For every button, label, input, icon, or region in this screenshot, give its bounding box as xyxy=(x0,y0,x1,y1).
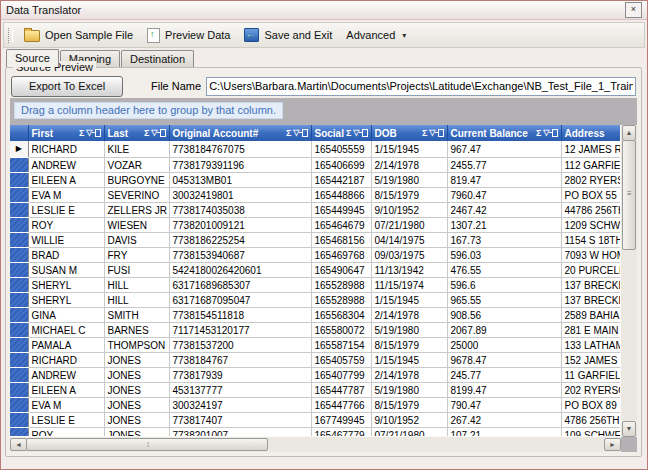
grid-cell[interactable]: 44786 256TH S xyxy=(561,203,621,218)
grid-cell[interactable]: 5424180026420601 xyxy=(169,263,311,278)
grid-cell[interactable]: 2/14/1978 xyxy=(371,308,447,323)
grid-cell[interactable]: 165464679 xyxy=(311,218,371,233)
table-row[interactable]: ANDREWVOZAR77381793911961654066992/14/19… xyxy=(10,158,621,173)
grid-cell[interactable]: 819.47 xyxy=(447,173,561,188)
grid-cell[interactable]: 476.55 xyxy=(447,263,561,278)
select-all-corner[interactable] xyxy=(10,125,28,141)
grid-cell[interactable]: 11/13/1942 xyxy=(371,263,447,278)
column-header-original-account-[interactable]: Original Account#Σ▽ xyxy=(169,125,311,141)
row-selector[interactable] xyxy=(10,248,28,263)
row-selector[interactable] xyxy=(10,398,28,413)
row-selector[interactable] xyxy=(10,323,28,338)
row-selector[interactable] xyxy=(10,353,28,368)
grid-cell[interactable]: 165447787 xyxy=(311,383,371,398)
scroll-left-icon[interactable]: ◄ xyxy=(10,438,27,451)
grid-cell[interactable]: PO BOX 89 xyxy=(561,398,621,413)
table-row[interactable]: WILLIEDAVIS773818622525416546815604/14/1… xyxy=(10,233,621,248)
grid-cell[interactable]: 7738201009121 xyxy=(169,218,311,233)
grid-cell[interactable]: 773817407 xyxy=(169,413,311,428)
grid-cell[interactable]: VOZAR xyxy=(104,158,169,173)
grid-cell[interactable]: 165587154 xyxy=(311,338,371,353)
grid-cell[interactable]: LESLIE E xyxy=(28,413,104,428)
table-row[interactable]: SHERYLHILL6317168968530716552898811/15/1… xyxy=(10,278,621,293)
grid-cell[interactable]: SMITH xyxy=(104,308,169,323)
grid-cell[interactable]: ZELLERS JR xyxy=(104,203,169,218)
column-header-current-balance[interactable]: Current BalanceΣ▽ xyxy=(447,125,561,141)
grid-cell[interactable]: 167749945 xyxy=(311,413,371,428)
table-row[interactable]: EILEEN AJONES4531377771654477875/19/1980… xyxy=(10,383,621,398)
filter-icon[interactable]: ▽ xyxy=(293,128,299,137)
group-by-bar[interactable]: Drag a column header here to group by th… xyxy=(10,98,637,125)
horizontal-scrollbar[interactable]: ◄ ► xyxy=(10,436,621,452)
grid-cell[interactable]: 790.47 xyxy=(447,398,561,413)
grid-cell[interactable]: SHERYL xyxy=(28,293,104,308)
grid-cell[interactable]: ROY xyxy=(28,218,104,233)
grid-cell[interactable]: 8/15/1979 xyxy=(371,338,447,353)
grid-cell[interactable]: 165442187 xyxy=(311,173,371,188)
grid-cell[interactable]: WILLIE xyxy=(28,233,104,248)
table-row[interactable]: EVA MSEVERINO300324198011654488668/15/19… xyxy=(10,188,621,203)
grid-cell[interactable]: 2802 RYERSON xyxy=(561,173,621,188)
row-selector[interactable] xyxy=(10,188,28,203)
grid-cell[interactable]: 09/03/1975 xyxy=(371,248,447,263)
grid-cell[interactable]: 1/15/1945 xyxy=(371,293,447,308)
grid-cell[interactable]: 7093 W HOMOS xyxy=(561,248,621,263)
grid-cell[interactable]: 04/14/1975 xyxy=(371,233,447,248)
grid-cell[interactable]: 9678.47 xyxy=(447,353,561,368)
grid-cell[interactable]: SUSAN M xyxy=(28,263,104,278)
toolbar-grip[interactable] xyxy=(8,28,13,43)
table-row[interactable]: SHERYLHILL631716870950471655289881/15/19… xyxy=(10,293,621,308)
sum-icon[interactable]: Σ xyxy=(422,128,427,138)
filter-icon[interactable]: ▽ xyxy=(353,128,359,137)
table-row[interactable]: PAMALATHOMPSON773815372001655871548/15/1… xyxy=(10,338,621,353)
grid-cell[interactable]: JONES xyxy=(104,413,169,428)
horizontal-scroll-thumb[interactable] xyxy=(26,438,268,451)
grid-cell[interactable]: 137 BRECKENR xyxy=(561,293,621,308)
grid-cell[interactable]: 8199.47 xyxy=(447,383,561,398)
grid-cell[interactable]: 453137777 xyxy=(169,383,311,398)
scroll-down-icon[interactable]: ▼ xyxy=(622,421,636,437)
scroll-right-icon[interactable]: ► xyxy=(604,438,621,451)
grid-cell[interactable]: DAVIS xyxy=(104,233,169,248)
grid-cell[interactable]: 2/14/1978 xyxy=(371,158,447,173)
table-row[interactable]: ROYWIESEN773820100912116546467907/21/198… xyxy=(10,218,621,233)
grid-cell[interactable]: 7738154511818 xyxy=(169,308,311,323)
grid-cell[interactable]: 7738179391196 xyxy=(169,158,311,173)
grid-cell[interactable]: 71171453120177 xyxy=(169,323,311,338)
grid-cell[interactable]: 165469768 xyxy=(311,248,371,263)
pin-icon[interactable] xyxy=(552,129,558,137)
grid-cell[interactable]: RICHARD xyxy=(28,353,104,368)
grid-cell[interactable]: EILEEN A xyxy=(28,383,104,398)
pin-icon[interactable] xyxy=(302,129,308,137)
grid-cell[interactable]: JONES xyxy=(104,383,169,398)
table-row[interactable]: EVA MJONES3003241971654477668/15/1979790… xyxy=(10,398,621,413)
grid-cell[interactable]: 7738174035038 xyxy=(169,203,311,218)
grid-cell[interactable]: PAMALA xyxy=(28,338,104,353)
grid-cell[interactable]: GINA xyxy=(28,308,104,323)
grid-cell[interactable]: 63171687095047 xyxy=(169,293,311,308)
sum-icon[interactable]: Σ xyxy=(536,128,541,138)
grid-cell[interactable]: 63171689685307 xyxy=(169,278,311,293)
table-row[interactable]: ANDREWJONES7738179391654077992/14/197824… xyxy=(10,368,621,383)
grid-cell[interactable]: 2067.89 xyxy=(447,323,561,338)
grid-cell[interactable]: 202 RYERSON xyxy=(561,383,621,398)
table-row[interactable]: MICHAEL CBARNES711714531201771655800725/… xyxy=(10,323,621,338)
row-selector[interactable] xyxy=(10,203,28,218)
grid-cell[interactable]: 773817939 xyxy=(169,368,311,383)
grid-cell[interactable]: 165448866 xyxy=(311,188,371,203)
vertical-scrollbar[interactable]: ▲ ▼ xyxy=(620,125,637,437)
grid-cell[interactable]: 5/19/1980 xyxy=(371,323,447,338)
grid-cell[interactable]: 267.42 xyxy=(447,413,561,428)
table-row[interactable]: RICHARDJONES77381847671654057591/15/1945… xyxy=(10,353,621,368)
export-to-excel-button[interactable]: Export To Excel xyxy=(11,76,123,97)
grid-cell[interactable]: 137 BRECKENR xyxy=(561,278,621,293)
row-selector[interactable] xyxy=(10,413,28,428)
grid-cell[interactable]: 300324197 xyxy=(169,398,311,413)
save-and-exit-button[interactable]: Save and Exit xyxy=(237,25,339,45)
grid-cell[interactable]: 30032419801 xyxy=(169,188,311,203)
grid-cell[interactable]: 165405759 xyxy=(311,353,371,368)
grid-cell[interactable]: 5/19/1980 xyxy=(371,383,447,398)
grid-cell[interactable]: BRAD xyxy=(28,248,104,263)
scroll-up-icon[interactable]: ▲ xyxy=(622,125,636,141)
column-header-first[interactable]: FirstΣ▽ xyxy=(28,125,104,141)
